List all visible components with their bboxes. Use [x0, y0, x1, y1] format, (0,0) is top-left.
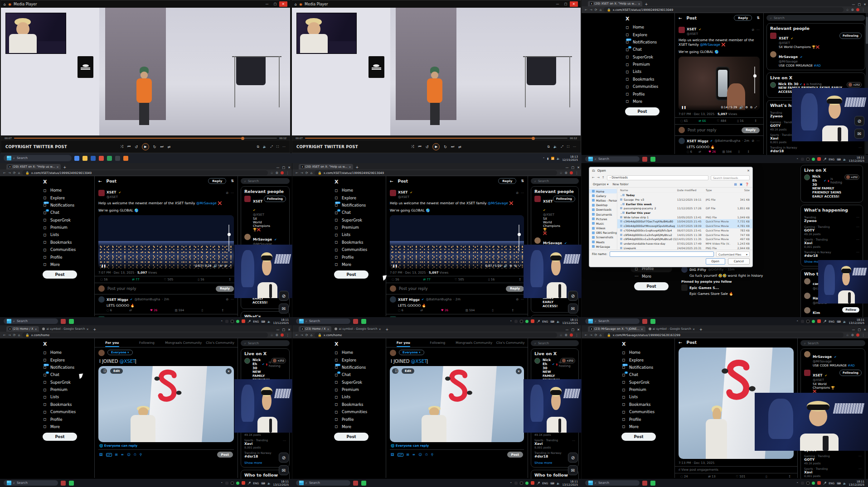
- tray-chevron-icon[interactable]: ⌃: [796, 158, 799, 161]
- keyboard-icon[interactable]: ⌨: [837, 158, 841, 161]
- open-file-dialog[interactable]: 🗀 Open ✕ ← → ↑ › Downloads Search Downlo…: [589, 167, 753, 267]
- taskbar-app-icon[interactable]: [361, 481, 366, 486]
- file-row[interactable]: c34b4dg0000aY7GecTvgXNu8Ata80 10/04/2025…: [617, 219, 752, 224]
- tab-close-icon[interactable]: ✕: [87, 328, 89, 331]
- compose-area[interactable]: Everyone ▾ I JOINED @XSET ⛶ Edit ✕ 🌐 Eve…: [386, 347, 528, 462]
- post-stat[interactable]: ◌ 16: [392, 278, 399, 281]
- sidebar-folder[interactable]: Matteo - Person...: [589, 198, 617, 203]
- x-search-box[interactable]: ⌕ Search: [531, 340, 579, 346]
- refresh-icon[interactable]: ⟳: [595, 333, 597, 337]
- address-bar[interactable]: 🔒 x.com/home: [22, 333, 268, 338]
- x-nav-item[interactable]: ◻ Communities: [330, 408, 386, 415]
- file-row[interactable]: Livepunk 24/04/2025 20:31 PNG File 2,944…: [617, 246, 752, 250]
- trend-item[interactable]: Trending Zywoo ⋯: [804, 214, 859, 224]
- pip-icon[interactable]: ⧉: [514, 264, 517, 268]
- x-nav-item[interactable]: ◻ Home: [39, 187, 94, 194]
- x-nav-item[interactable]: ◻1 Chat: [621, 46, 674, 53]
- new-folder-button[interactable]: New folder: [612, 183, 628, 186]
- grok-icon[interactable]: ⊞: [115, 453, 118, 457]
- obs-tray-icon[interactable]: [514, 482, 518, 485]
- forward-icon[interactable]: →: [301, 333, 303, 337]
- window-minimize-button[interactable]: —: [276, 328, 280, 332]
- windows-start-icon[interactable]: [588, 157, 593, 161]
- reply-stat[interactable]: ⇄: [421, 309, 424, 312]
- wifi-icon[interactable]: 📶: [551, 157, 554, 160]
- edit-image-button[interactable]: Edit: [110, 368, 123, 374]
- x-nav-item[interactable]: ◻ Bookmarks: [621, 76, 674, 83]
- messages-float-button[interactable]: ✉: [279, 465, 289, 475]
- follow-button[interactable]: Follow: [842, 307, 859, 313]
- mic-tray-icon[interactable]: 🎤: [247, 320, 251, 323]
- post-stat[interactable]: ◌ 24: [680, 475, 688, 478]
- x-nav-item[interactable]: ◻ Premium: [621, 61, 674, 68]
- x-nav-item[interactable]: ◻ Premium: [39, 386, 94, 393]
- x-nav-item[interactable]: ◻ Home: [618, 349, 674, 356]
- home-icon[interactable]: ⌂: [310, 333, 312, 337]
- record-tray-icon[interactable]: [817, 157, 821, 161]
- x-logo[interactable]: X: [335, 341, 386, 347]
- x-nav-item[interactable]: ◻ Home: [621, 24, 674, 31]
- play-button[interactable]: ▶: [432, 143, 440, 150]
- reply-submit-button[interactable]: Reply: [216, 286, 234, 292]
- sidebar-folder[interactable]: MrSavage: [589, 244, 617, 249]
- obs-tray-icon[interactable]: [801, 158, 804, 161]
- up-icon[interactable]: ↑: [602, 176, 605, 179]
- x-nav-item[interactable]: ◻ Bookmarks: [39, 401, 94, 408]
- reply-header-button[interactable]: Reply: [208, 178, 226, 184]
- tray-chevron-icon[interactable]: ⌃: [796, 482, 799, 485]
- trend-item[interactable]: Sports · Trending Xavi 8,001 posts ⋯: [244, 438, 286, 450]
- home-icon[interactable]: ⌂: [18, 171, 20, 175]
- image-attachment[interactable]: ⛶ Edit ✕: [98, 366, 234, 442]
- new-tab-button[interactable]: +: [355, 165, 359, 169]
- back-icon[interactable]: ←: [585, 8, 587, 12]
- volume-icon[interactable]: 🔈: [557, 157, 560, 160]
- compose-area[interactable]: Everyone ▾ I JOINED @XSET ⛶ Edit ✕ 🌐 Eve…: [95, 347, 238, 462]
- reply-submit-button[interactable]: Reply: [506, 286, 524, 292]
- video-volume-slider[interactable]: [754, 67, 755, 93]
- forward-icon[interactable]: →: [301, 171, 303, 175]
- windows-start-icon[interactable]: [7, 156, 11, 160]
- taskbar-app-icon[interactable]: [642, 319, 647, 324]
- browser-tab[interactable]: ai symbol - Google Search ✕: [332, 326, 383, 332]
- taskbar-app-icon[interactable]: [353, 319, 358, 324]
- x-nav-item[interactable]: ◻ Premium: [618, 386, 674, 393]
- extensions-icon[interactable]: ⚙: [276, 171, 278, 175]
- post-button[interactable]: Post: [625, 107, 659, 116]
- forward-icon[interactable]: →: [590, 8, 592, 12]
- reply-stat[interactable]: ▯: [738, 150, 741, 154]
- pause-icon[interactable]: ❚❚: [393, 264, 398, 268]
- video-frame[interactable]: [292, 8, 581, 135]
- window-minimize-button[interactable]: —: [553, 1, 562, 7]
- pip-icon[interactable]: ⧉: [224, 264, 227, 268]
- play-button[interactable]: ▶: [142, 143, 149, 150]
- taskbar-clock[interactable]: 18:11 13/12/2025: [273, 318, 289, 325]
- sidebar-folder[interactable]: OBS Recording: [589, 231, 617, 235]
- record-tray-icon[interactable]: [531, 481, 534, 485]
- browser-tab[interactable]: ai symbol - Google Search ✕: [40, 326, 91, 332]
- volume-icon[interactable]: 🔈: [553, 145, 558, 149]
- tab-community-2[interactable]: Clix's Community: [493, 338, 528, 347]
- x-nav-item[interactable]: ◻ Explore: [618, 356, 674, 363]
- x-nav-item[interactable]: ◻1 Chat: [330, 209, 386, 216]
- emoji-icon[interactable]: ☺: [127, 453, 131, 457]
- refresh-icon[interactable]: ⟳: [595, 8, 597, 12]
- x-nav-item[interactable]: ◻ Explore: [621, 31, 674, 38]
- back-icon[interactable]: ←: [592, 176, 595, 179]
- sidebar-folder[interactable]: Gallery: [589, 193, 617, 198]
- stream-taskbar[interactable]: ⌕ Search ⌃ 🎤 ENG ⌨ 🔈 18:11 13/12/2025: [292, 479, 582, 487]
- sort-icon[interactable]: ⇅: [521, 179, 524, 183]
- grok-float-button[interactable]: ⊘: [279, 453, 289, 463]
- mic-tray-icon[interactable]: 🎤: [823, 320, 827, 323]
- file-name-input[interactable]: [610, 251, 714, 257]
- next-icon[interactable]: ⏭: [160, 145, 164, 149]
- taskbar-search[interactable]: ⌕ Search: [585, 156, 640, 162]
- x-nav-item[interactable]: ◻ Profile: [330, 253, 386, 260]
- x-nav-item[interactable]: ◻ More: [330, 423, 386, 430]
- keyboard-icon[interactable]: ⌨: [261, 320, 265, 323]
- new-tab-button[interactable]: +: [645, 2, 648, 6]
- tab-following[interactable]: Following: [130, 338, 165, 347]
- green-dot-tray-icon[interactable]: [525, 320, 529, 323]
- language-indicator[interactable]: ENG: [542, 320, 548, 323]
- tab-close-icon[interactable]: ✕: [641, 328, 643, 331]
- tab-close-icon[interactable]: ✕: [349, 165, 351, 169]
